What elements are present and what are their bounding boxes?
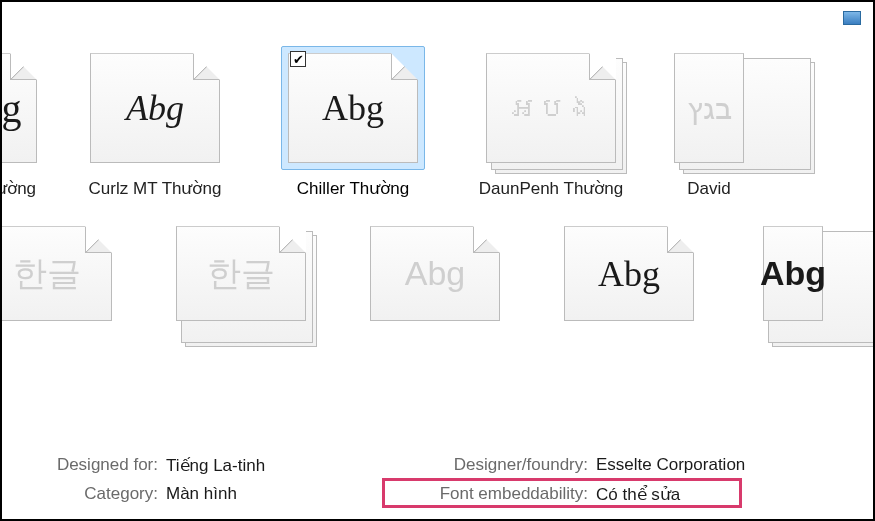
font-sample: 한글: [13, 251, 81, 297]
font-sample: Abg: [322, 87, 384, 129]
font-sample: 한글: [207, 251, 275, 297]
font-sample: בגץ: [687, 91, 732, 126]
font-label: David: [687, 178, 730, 199]
font-sample: Abg: [126, 87, 184, 129]
font-item-chiller[interactable]: ✔ Abg Chiller Thường: [268, 46, 438, 199]
category-value: Màn hình: [166, 484, 366, 505]
embeddability-value: Có thể sửa: [596, 484, 816, 505]
font-item-r2-4[interactable]: Abg: [758, 219, 828, 328]
font-sample: អបង: [509, 92, 594, 125]
font-item-daunpenh[interactable]: អបង DaunPenh Thường: [466, 46, 636, 199]
toolbar: [2, 2, 873, 34]
page-fold-icon: [391, 54, 417, 80]
font-row-1: Abg urier Thường Abg Curlz MT Thường ✔ A…: [0, 46, 873, 199]
font-label: Chiller Thường: [297, 178, 409, 199]
font-sample: Abg: [0, 85, 21, 132]
page-fold-icon: [10, 54, 36, 80]
font-item-curlz[interactable]: Abg Curlz MT Thường: [70, 46, 240, 199]
designed-for-value: Tiếng La-tinh: [166, 455, 366, 476]
designer-value: Esselte Corporation: [596, 455, 816, 476]
font-item-david[interactable]: בגץ David: [664, 46, 754, 199]
font-sample: Abg: [760, 254, 826, 293]
category-label: Category:: [16, 484, 166, 505]
designer-label: Designer/foundry:: [366, 455, 596, 476]
font-row-2: 한글 한글 Abg A: [0, 219, 873, 328]
page-fold-icon: [473, 227, 499, 253]
embeddability-label: Font embeddability:: [366, 484, 596, 505]
font-sample: Abg: [598, 253, 660, 295]
page-fold-icon: [667, 227, 693, 253]
page-fold-icon: [589, 54, 615, 80]
font-label: urier Thường: [0, 178, 36, 199]
font-item-r2-0[interactable]: 한글: [0, 219, 112, 328]
preview-toggle-icon[interactable]: [843, 11, 861, 25]
font-item-courier[interactable]: Abg urier Thường: [0, 46, 42, 199]
font-label: Curlz MT Thường: [89, 178, 222, 199]
font-item-r2-3[interactable]: Abg: [564, 219, 694, 328]
designed-for-label: Designed for:: [16, 455, 166, 476]
selection-checkbox[interactable]: ✔: [290, 51, 306, 67]
details-pane: Designed for: Tiếng La-tinh Designer/fou…: [2, 447, 873, 519]
font-sample: Abg: [405, 254, 466, 293]
page-fold-icon: [85, 227, 111, 253]
font-label: DaunPenh Thường: [479, 178, 624, 199]
page-fold-icon: [193, 54, 219, 80]
font-item-r2-1[interactable]: 한글: [176, 219, 306, 328]
page-fold-icon: [279, 227, 305, 253]
font-item-r2-2[interactable]: Abg: [370, 219, 500, 328]
font-grid-area: Abg urier Thường Abg Curlz MT Thường ✔ A…: [2, 34, 873, 454]
